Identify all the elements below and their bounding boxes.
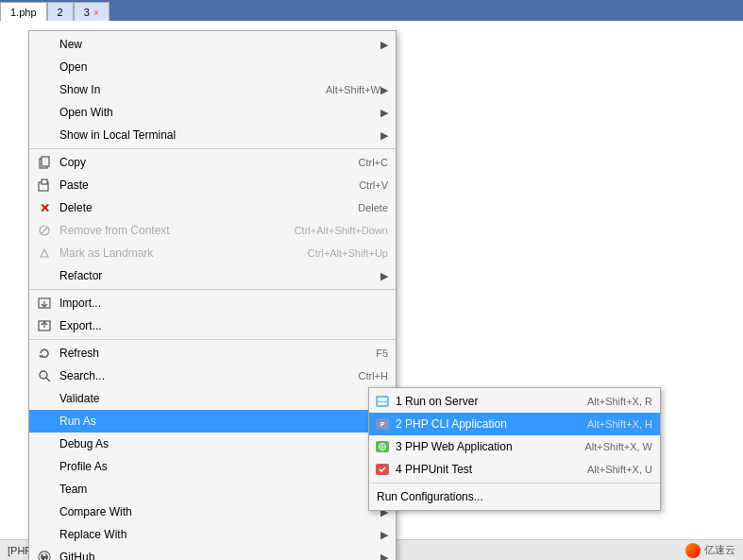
menu-label-search: Search... <box>59 369 340 382</box>
refresh-icon <box>37 346 52 361</box>
php-web-icon <box>375 439 390 454</box>
menu-label-refactor: Refactor <box>59 269 380 282</box>
shortcut-refresh: F5 <box>376 348 388 359</box>
menu-item-team[interactable]: Team ▶ <box>29 478 396 501</box>
menu-item-import[interactable]: Import... <box>29 292 396 314</box>
tab-label: 2 <box>58 7 63 18</box>
menu-item-compare-with[interactable]: Compare With ▶ <box>29 501 396 523</box>
copy-icon <box>37 155 52 170</box>
search-icon <box>37 368 52 383</box>
export-icon <box>37 318 52 333</box>
menu-label-open-with: Open With <box>59 106 380 119</box>
arrow-icon: ▶ <box>380 270 388 282</box>
arrow-icon: ▶ <box>380 552 388 561</box>
menu-item-copy[interactable]: Copy Ctrl+C <box>29 151 396 174</box>
menu-label-profile-as: Profile As <box>59 460 380 473</box>
menu-label-github: GitHub <box>59 551 380 560</box>
close-icon[interactable]: × <box>93 7 99 18</box>
mark-landmark-icon <box>37 246 52 261</box>
shortcut-mark-landmark: Ctrl+Alt+Shift+Up <box>308 247 388 259</box>
watermark: 亿速云 <box>685 543 735 558</box>
submenu-label-php-cli: 2 PHP CLI Application <box>396 417 568 431</box>
menu-item-show-local-terminal[interactable]: Show in Local Terminal ▶ <box>29 124 396 146</box>
svg-point-11 <box>40 371 47 379</box>
submenu-label-php-web: 3 PHP Web Application <box>396 440 566 453</box>
submenu-label-run-config: Run Configurations... <box>377 490 652 503</box>
menu-item-profile-as[interactable]: Profile As ▶ <box>29 455 396 478</box>
separator-1 <box>29 148 396 149</box>
shortcut-remove-context: Ctrl+Alt+Shift+Down <box>295 225 388 236</box>
menu-label-export: Export... <box>59 319 388 332</box>
menu-label-run-as: Run As <box>59 415 380 428</box>
menu-item-remove-context[interactable]: Remove from Context Ctrl+Alt+Shift+Down <box>29 219 396 242</box>
menu-label-show-in: Show In <box>59 83 307 96</box>
tab-label: 3 <box>84 7 90 18</box>
separator-2 <box>29 289 396 290</box>
arrow-icon: ▶ <box>380 129 388 142</box>
submenu-item-phpunit[interactable]: 4 PHPUnit Test Alt+Shift+X, U <box>369 458 660 481</box>
menu-label-open: Open <box>59 60 388 74</box>
submenu-item-php-web[interactable]: 3 PHP Web Application Alt+Shift+X, W <box>369 435 660 458</box>
shortcut-php-web: Alt+Shift+X, W <box>584 441 652 452</box>
svg-line-12 <box>46 378 50 382</box>
menu-item-refresh[interactable]: Refresh F5 <box>29 342 396 365</box>
tab-label: 1.php <box>10 7 37 18</box>
submenu-item-run-config[interactable]: Run Configurations... <box>369 485 660 508</box>
remove-context-icon <box>37 223 52 238</box>
menu-item-delete[interactable]: ✕ Delete Delete <box>29 196 396 219</box>
menu-item-debug-as[interactable]: Debug As ▶ <box>29 433 396 455</box>
menu-label-mark-landmark: Mark as Landmark <box>59 246 289 260</box>
arrow-icon: ▶ <box>380 107 388 119</box>
shortcut-delete: Delete <box>358 202 388 213</box>
context-menu: New ▶ Open Show In Alt+Shift+W ▶ Open Wi… <box>28 30 397 560</box>
tab-3[interactable]: 3 × <box>74 2 110 21</box>
shortcut-phpunit: Alt+Shift+X, U <box>587 464 652 475</box>
menu-label-compare-with: Compare With <box>59 505 380 518</box>
svg-rect-3 <box>42 179 47 184</box>
separator-3 <box>29 339 396 340</box>
menu-item-refactor[interactable]: Refactor ▶ <box>29 264 396 287</box>
menu-item-open-with[interactable]: Open With ▶ <box>29 101 396 124</box>
menu-label-validate: Validate <box>59 392 388 405</box>
import-icon <box>37 296 52 311</box>
submenu-run-as: 1 Run on Server Alt+Shift+X, R P 2 PHP C… <box>368 387 661 511</box>
menu-label-paste: Paste <box>59 178 340 192</box>
submenu-label-run-on-server: 1 Run on Server <box>396 395 568 408</box>
menu-label-new: New <box>59 38 380 51</box>
submenu-separator <box>369 483 660 484</box>
menu-label-import: Import... <box>59 297 388 310</box>
tab-bar: 1.php 2 3 × <box>0 0 743 21</box>
menu-item-show-in[interactable]: Show In Alt+Shift+W ▶ <box>29 78 396 101</box>
menu-item-validate[interactable]: Validate <box>29 387 396 410</box>
paste-icon <box>37 178 52 193</box>
svg-rect-1 <box>42 157 49 166</box>
menu-label-replace-with: Replace With <box>59 528 380 541</box>
svg-marker-6 <box>41 249 48 257</box>
menu-item-github[interactable]: GitHub ▶ <box>29 546 396 560</box>
menu-label-show-local-terminal: Show in Local Terminal <box>59 128 380 142</box>
menu-item-export[interactable]: Export... <box>29 314 396 337</box>
menu-item-replace-with[interactable]: Replace With ▶ <box>29 523 396 546</box>
tab-2[interactable]: 2 <box>47 2 74 21</box>
server-icon <box>375 394 390 409</box>
php-cli-icon: P <box>375 416 390 432</box>
svg-rect-15 <box>378 402 387 405</box>
menu-item-run-as[interactable]: Run As ▶ <box>29 410 396 433</box>
menu-item-mark-landmark[interactable]: Mark as Landmark Ctrl+Alt+Shift+Up <box>29 242 396 264</box>
submenu-item-run-on-server[interactable]: 1 Run on Server Alt+Shift+X, R <box>369 390 660 413</box>
shortcut-search: Ctrl+H <box>359 370 388 382</box>
menu-label-debug-as: Debug As <box>59 437 380 450</box>
shortcut-show-in: Alt+Shift+W <box>326 84 380 95</box>
submenu-item-php-cli[interactable]: P 2 PHP CLI Application Alt+Shift+X, H <box>369 413 660 435</box>
tab-1php[interactable]: 1.php <box>0 2 47 21</box>
shortcut-php-cli: Alt+Shift+X, H <box>587 418 652 430</box>
shortcut-copy: Ctrl+C <box>359 157 388 168</box>
shortcut-paste: Ctrl+V <box>359 179 388 191</box>
menu-item-search[interactable]: Search... Ctrl+H <box>29 365 396 387</box>
svg-line-5 <box>42 228 47 233</box>
watermark-text: 亿速云 <box>704 543 735 557</box>
menu-item-open[interactable]: Open <box>29 56 396 78</box>
menu-item-new[interactable]: New ▶ <box>29 33 396 56</box>
github-icon <box>37 550 52 560</box>
menu-item-paste[interactable]: Paste Ctrl+V <box>29 174 396 196</box>
